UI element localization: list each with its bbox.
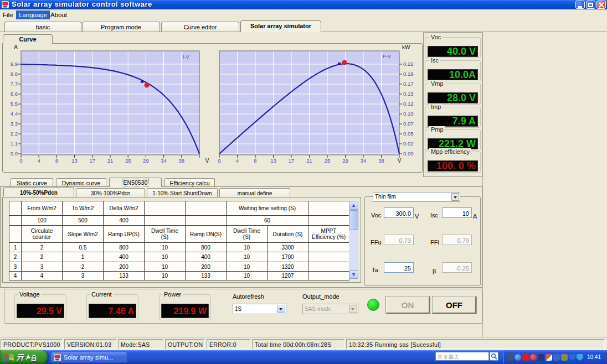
- svg-text:8: 8: [55, 158, 58, 164]
- svg-text:0.17: 0.17: [403, 81, 414, 87]
- svg-text:1.1: 1.1: [11, 141, 18, 147]
- svg-text:25: 25: [125, 158, 131, 164]
- svg-text:P-V: P-V: [383, 54, 391, 59]
- svg-text:0.22: 0.22: [403, 61, 414, 67]
- svg-text:38: 38: [179, 158, 185, 164]
- svg-text:0.0: 0.0: [11, 150, 18, 157]
- svg-text:0: 0: [218, 158, 220, 164]
- svg-text:21: 21: [107, 158, 114, 164]
- svg-text:17: 17: [90, 158, 96, 164]
- svg-text:13: 13: [71, 158, 78, 164]
- svg-text:17: 17: [289, 158, 295, 164]
- svg-text:3.3: 3.3: [11, 121, 18, 127]
- svg-text:34: 34: [361, 158, 367, 164]
- svg-text:6.6: 6.6: [11, 91, 18, 97]
- svg-text:4: 4: [236, 158, 239, 164]
- svg-text:kW: kW: [402, 44, 410, 50]
- svg-text:34: 34: [161, 158, 167, 164]
- svg-text:V: V: [205, 158, 209, 164]
- svg-text:25: 25: [325, 158, 331, 164]
- svg-text:8: 8: [254, 158, 256, 164]
- svg-text:9.9: 9.9: [11, 61, 18, 67]
- svg-text:A: A: [14, 44, 18, 50]
- svg-text:29: 29: [342, 158, 348, 164]
- svg-text:0.07: 0.07: [403, 121, 414, 127]
- svg-text:0.15: 0.15: [403, 91, 414, 97]
- svg-text:5.5: 5.5: [11, 101, 18, 107]
- svg-text:7.7: 7.7: [11, 81, 18, 87]
- svg-text:2.2: 2.2: [11, 131, 18, 137]
- svg-text:0.12: 0.12: [403, 101, 414, 107]
- svg-text:13: 13: [270, 158, 276, 164]
- svg-text:38: 38: [378, 158, 384, 164]
- svg-text:I-V: I-V: [183, 54, 189, 60]
- svg-text:21: 21: [306, 158, 312, 164]
- svg-text:0: 0: [19, 158, 22, 164]
- svg-text:0.05: 0.05: [403, 131, 414, 137]
- svg-text:0.02: 0.02: [403, 141, 414, 147]
- svg-text:0.00: 0.00: [403, 150, 414, 157]
- svg-text:8.8: 8.8: [11, 71, 18, 77]
- svg-text:4: 4: [38, 158, 40, 164]
- svg-text:0.10: 0.10: [403, 111, 414, 117]
- svg-text:0.19: 0.19: [403, 71, 414, 77]
- svg-text:V: V: [398, 158, 402, 164]
- svg-text:29: 29: [143, 158, 149, 164]
- svg-text:4.4: 4.4: [11, 111, 18, 117]
